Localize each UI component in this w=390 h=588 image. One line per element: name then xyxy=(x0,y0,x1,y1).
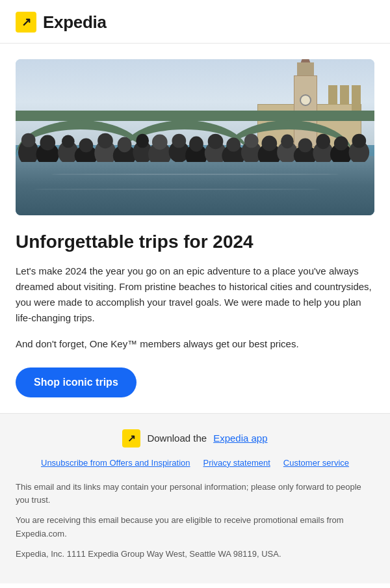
logo-arrow-icon: ↗ xyxy=(21,15,31,29)
hero-image xyxy=(16,59,374,215)
legal-text-1: This email and its links may contain you… xyxy=(16,481,374,508)
svg-point-25 xyxy=(244,134,259,148)
app-download-row: ↗ Download the Expedia app xyxy=(16,429,374,448)
svg-point-21 xyxy=(208,134,224,150)
unsubscribe-link[interactable]: Unsubscribe from Offers and Inspiration xyxy=(41,458,190,468)
water-ripple-2 xyxy=(34,189,321,190)
clock-face xyxy=(300,94,311,106)
expedia-logo-icon: ↗ xyxy=(16,12,36,33)
tower-3 xyxy=(352,85,361,111)
legal-text-3: Expedia, Inc. 1111 Expedia Group Way Wes… xyxy=(16,548,374,561)
body-paragraph-1: Let's make 2024 the year you go on an ep… xyxy=(16,263,374,326)
hero-scene xyxy=(16,59,374,215)
svg-point-31 xyxy=(298,139,313,153)
svg-point-3 xyxy=(40,135,55,151)
body-paragraph-2: And don't forget, One Key™ members alway… xyxy=(16,336,374,352)
email-footer: ↗ Download the Expedia app Unsubscribe f… xyxy=(0,413,390,583)
expedia-app-link[interactable]: Expedia app xyxy=(213,433,267,444)
footer-links-row: Unsubscribe from Offers and Inspiration … xyxy=(16,458,374,468)
svg-point-5 xyxy=(62,135,75,148)
privacy-statement-link[interactable]: Privacy statement xyxy=(203,458,270,468)
svg-point-15 xyxy=(152,135,168,150)
river-thames xyxy=(16,156,374,215)
svg-point-17 xyxy=(172,134,187,148)
water-ripple-1 xyxy=(51,174,339,175)
svg-point-23 xyxy=(226,138,240,152)
email-container: ↗ Expedia xyxy=(0,0,390,588)
svg-point-13 xyxy=(136,134,149,148)
footer-expedia-logo-icon: ↗ xyxy=(122,429,140,448)
legal-text-2: You are receiving this email because you… xyxy=(16,514,374,541)
svg-point-29 xyxy=(281,135,294,149)
logo: ↗ Expedia xyxy=(16,12,107,33)
email-header: ↗ Expedia xyxy=(0,0,390,44)
svg-point-27 xyxy=(262,136,278,152)
shop-iconic-trips-button[interactable]: Shop iconic trips xyxy=(16,368,136,397)
app-link-text: Expedia app xyxy=(213,433,267,444)
svg-point-33 xyxy=(316,134,330,150)
tower-1 xyxy=(328,85,337,105)
crowd-silhouettes xyxy=(16,116,374,162)
headline: Unforgettable trips for 2024 xyxy=(16,231,374,253)
main-content: Unforgettable trips for 2024 Let's make … xyxy=(0,215,390,413)
hero-section xyxy=(0,44,390,215)
svg-point-9 xyxy=(98,133,113,149)
svg-point-37 xyxy=(352,134,367,148)
customer-service-link[interactable]: Customer service xyxy=(283,458,349,468)
footer-logo-arrow-icon: ↗ xyxy=(127,433,136,444)
logo-text: Expedia xyxy=(43,12,107,33)
tower-2 xyxy=(340,85,349,105)
footer-app-text: Download the xyxy=(147,433,207,444)
svg-point-19 xyxy=(189,137,203,152)
svg-point-7 xyxy=(79,139,94,153)
svg-point-1 xyxy=(21,133,36,148)
svg-point-35 xyxy=(334,137,348,151)
svg-point-11 xyxy=(118,137,132,153)
